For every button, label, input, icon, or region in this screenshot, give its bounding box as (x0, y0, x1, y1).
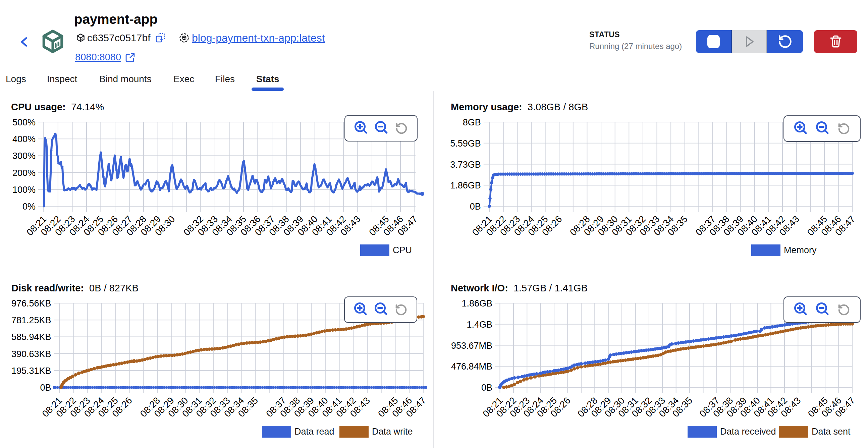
svg-text:585.94KB: 585.94KB (11, 332, 51, 342)
svg-text:400%: 400% (12, 134, 36, 144)
svg-text:0B: 0B (470, 201, 481, 212)
svg-text:0B: 0B (481, 383, 492, 393)
svg-text:100%: 100% (12, 185, 36, 195)
svg-text:1.4GB: 1.4GB (467, 320, 492, 330)
svg-text:195.31KB: 195.31KB (11, 366, 51, 376)
svg-text:3.73GB: 3.73GB (450, 160, 481, 170)
svg-text:0B: 0B (40, 383, 51, 393)
svg-text:200%: 200% (12, 168, 36, 178)
svg-text:500%: 500% (12, 117, 36, 127)
svg-text:300%: 300% (12, 151, 36, 161)
svg-text:953.67MB: 953.67MB (451, 341, 492, 351)
svg-text:5.59GB: 5.59GB (450, 138, 481, 149)
svg-text:0%: 0% (23, 201, 36, 212)
svg-text:1.86GB: 1.86GB (462, 298, 492, 309)
svg-text:781.25KB: 781.25KB (11, 315, 51, 325)
svg-text:8GB: 8GB (463, 117, 481, 127)
svg-text:1.86GB: 1.86GB (450, 181, 481, 190)
svg-text:976.56KB: 976.56KB (11, 298, 51, 309)
svg-text:476.84MB: 476.84MB (451, 361, 492, 372)
svg-text:390.63KB: 390.63KB (11, 349, 51, 359)
